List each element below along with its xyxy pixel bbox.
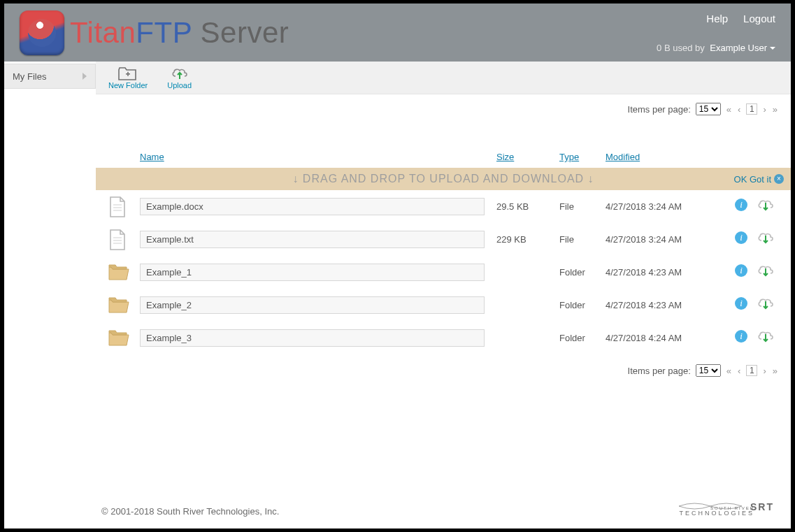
brand-part-titan: Titan (70, 16, 136, 49)
col-name[interactable]: Name (140, 152, 164, 162)
banner-ok-label: OK Got it (734, 174, 771, 185)
help-link[interactable]: Help (706, 13, 728, 24)
pager-label: Items per page: (628, 104, 691, 115)
paginator-top: Items per page: 15 « ‹ 1 › » (96, 94, 791, 122)
pager-first[interactable]: « (726, 366, 732, 376)
filename-input[interactable] (140, 198, 485, 215)
app-header: TitanFTP Server Help Logout 0 B used by … (4, 3, 791, 62)
items-per-page-select[interactable]: 15 (696, 364, 721, 377)
banner-text: ↓ DRAG AND DROP TO UPLOAD AND DOWNLOAD ↓ (292, 173, 594, 185)
pager-current: 1 (746, 103, 757, 115)
cell-modified: 4/27/2018 3:24 AM (606, 201, 707, 212)
upload-icon (171, 66, 189, 80)
table-row: 29.5 KBFile4/27/2018 3:24 AMi (96, 190, 791, 223)
cell-type: Folder (559, 267, 606, 278)
cell-size: 229 KB (496, 234, 559, 245)
brand-part-ftp: FTP (136, 16, 192, 49)
download-icon[interactable] (757, 330, 774, 346)
upload-banner: ↓ DRAG AND DROP TO UPLOAD AND DOWNLOAD ↓… (96, 168, 791, 190)
table-row: 229 KBFile4/27/2018 3:24 AMi (96, 223, 791, 256)
upload-label: Upload (167, 81, 192, 89)
paginator-bottom: Items per page: 15 « ‹ 1 › » (96, 354, 791, 387)
new-folder-button[interactable]: New Folder (108, 66, 148, 89)
sidebar: My Files (4, 62, 96, 387)
caret-down-icon (770, 47, 775, 50)
user-name: Example User (710, 43, 767, 53)
chevron-right-icon (83, 73, 87, 80)
pager-last[interactable]: » (772, 366, 778, 376)
header-links: Help Logout (657, 13, 775, 24)
pager-prev[interactable]: ‹ (737, 104, 741, 115)
srt-wave-icon (679, 502, 742, 510)
cell-type: File (559, 201, 606, 212)
table-header: Name Size Type Modified (96, 122, 791, 165)
cell-modified: 4/27/2018 3:24 AM (606, 234, 707, 245)
usage-amount: 0 B used by (657, 43, 705, 53)
cell-modified: 4/27/2018 4:24 AM (606, 333, 707, 343)
usage-text: 0 B used by Example User (657, 43, 775, 53)
file-icon (108, 229, 140, 250)
filename-input[interactable] (140, 329, 485, 347)
pager-prev[interactable]: ‹ (737, 366, 741, 376)
brand-part-server: Server (192, 16, 289, 49)
table-row: Folder4/27/2018 4:23 AMi (96, 289, 791, 322)
svg-rect-1 (127, 71, 129, 76)
col-modified[interactable]: Modified (606, 152, 640, 162)
info-icon[interactable]: i (735, 330, 747, 343)
srt-logo: SRT SOUTH RIVER TECHNOLOGIES (679, 506, 774, 517)
items-per-page-select[interactable]: 15 (696, 103, 721, 115)
pager-next[interactable]: › (762, 104, 766, 115)
table-row: Folder4/27/2018 4:24 AMi (96, 322, 791, 354)
pager-first[interactable]: « (726, 104, 732, 115)
folder-icon (108, 330, 140, 347)
file-list: 29.5 KBFile4/27/2018 3:24 AMi229 KBFile4… (96, 190, 791, 354)
info-icon[interactable]: i (735, 199, 747, 211)
copyright-text: © 2001-2018 South River Technologies, In… (101, 506, 279, 517)
filename-input[interactable] (140, 264, 485, 281)
cell-size: 29.5 KB (496, 201, 559, 212)
col-size[interactable]: Size (496, 152, 514, 162)
banner-dismiss[interactable]: OK Got it × (734, 174, 784, 185)
srt-line2: TECHNOLOGIES (679, 510, 754, 517)
close-icon: × (774, 174, 784, 184)
upload-button[interactable]: Upload (167, 66, 192, 89)
download-icon[interactable] (757, 264, 774, 280)
user-menu[interactable]: Example User (710, 43, 775, 53)
pager-next[interactable]: › (762, 366, 766, 376)
logout-link[interactable]: Logout (743, 13, 775, 24)
col-type[interactable]: Type (559, 152, 579, 162)
download-icon[interactable] (757, 199, 774, 215)
cell-type: File (559, 234, 606, 245)
info-icon[interactable]: i (735, 264, 747, 277)
cell-type: Folder (559, 300, 606, 310)
folder-icon (108, 297, 140, 314)
sidebar-item-label: My Files (13, 71, 46, 82)
main-panel: New Folder Upload Items per page: 15 « ‹… (96, 62, 791, 387)
new-folder-icon (118, 66, 138, 80)
app-logo-icon (20, 10, 64, 55)
toolbar: New Folder Upload (96, 62, 791, 94)
sidebar-item-my-files[interactable]: My Files (4, 64, 96, 89)
new-folder-label: New Folder (108, 81, 148, 89)
info-icon[interactable]: i (735, 297, 747, 310)
pager-last[interactable]: » (772, 104, 778, 115)
download-icon[interactable] (757, 231, 774, 247)
cell-modified: 4/27/2018 4:23 AM (606, 267, 707, 278)
file-icon (108, 196, 140, 217)
filename-input[interactable] (140, 231, 485, 248)
folder-icon (108, 264, 140, 281)
cell-modified: 4/27/2018 4:23 AM (606, 300, 707, 310)
pager-label: Items per page: (628, 366, 691, 376)
filename-input[interactable] (140, 296, 485, 314)
cell-type: Folder (559, 333, 606, 343)
footer: © 2001-2018 South River Technologies, In… (101, 506, 774, 517)
download-icon[interactable] (757, 297, 774, 313)
table-row: Folder4/27/2018 4:23 AMi (96, 256, 791, 289)
info-icon[interactable]: i (735, 231, 747, 244)
pager-current: 1 (746, 365, 757, 376)
srt-big: SRT (750, 502, 774, 512)
app-title: TitanFTP Server (70, 16, 289, 50)
